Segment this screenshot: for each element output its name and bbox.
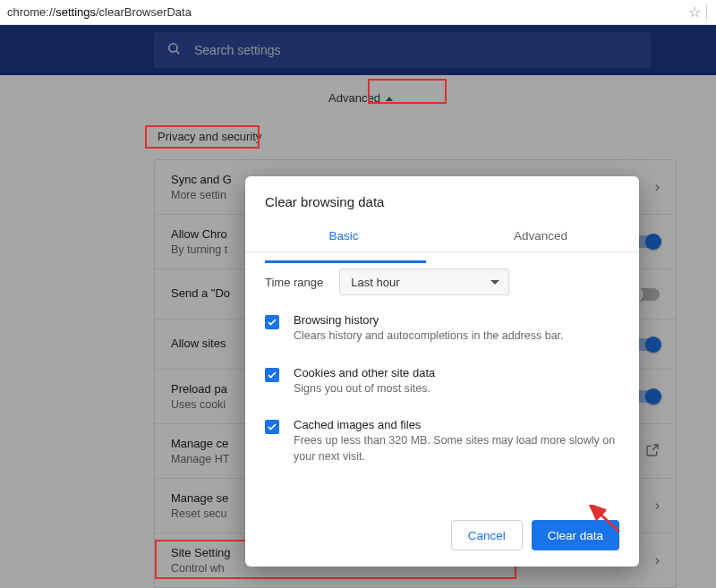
dropdown-triangle-icon: [490, 280, 499, 285]
checkbox-title: Cookies and other site data: [294, 366, 435, 379]
checkbox-sub: Clears history and autocompletions in th…: [294, 328, 564, 345]
checkbox-row: Browsing historyClears history and autoc…: [245, 303, 639, 355]
url-divider: [706, 4, 707, 21]
clear-browsing-data-dialog: Clear browsing data Basic Advanced Time …: [245, 176, 639, 567]
url-bar[interactable]: chrome://settings/clearBrowserData ☆: [0, 0, 716, 25]
checkbox[interactable]: [265, 420, 279, 434]
clear-data-button[interactable]: Clear data: [532, 520, 619, 550]
url-text: chrome://settings/clearBrowserData: [7, 5, 688, 19]
dialog-tabs: Basic Advanced: [245, 224, 639, 252]
checkbox-sub: Signs you out of most sites.: [294, 381, 435, 397]
checkbox-row: Cookies and other site dataSigns you out…: [245, 355, 639, 408]
time-range-dropdown[interactable]: Last hour: [339, 268, 509, 295]
checkbox[interactable]: [265, 315, 279, 329]
time-range-label: Time range: [265, 276, 323, 289]
checkbox-text: Cookies and other site dataSigns you out…: [294, 366, 435, 397]
checkbox-title: Cached images and files: [294, 418, 619, 431]
bookmark-star-icon[interactable]: ☆: [688, 4, 701, 21]
checkbox-sub: Frees up less than 320 MB. Some sites ma…: [294, 433, 619, 464]
tab-advanced[interactable]: Advanced: [442, 224, 639, 251]
checkbox[interactable]: [265, 368, 279, 382]
tab-underline: [265, 260, 426, 263]
dialog-title: Clear browsing data: [245, 176, 639, 224]
checkbox-row: Cached images and filesFrees up less tha…: [245, 407, 639, 475]
checkbox-text: Browsing historyClears history and autoc…: [294, 313, 564, 345]
tab-basic[interactable]: Basic: [245, 224, 442, 251]
time-range-value: Last hour: [351, 276, 399, 289]
checkbox-text: Cached images and filesFrees up less tha…: [294, 418, 619, 464]
cancel-button[interactable]: Cancel: [451, 520, 523, 550]
checkbox-title: Browsing history: [294, 313, 564, 327]
